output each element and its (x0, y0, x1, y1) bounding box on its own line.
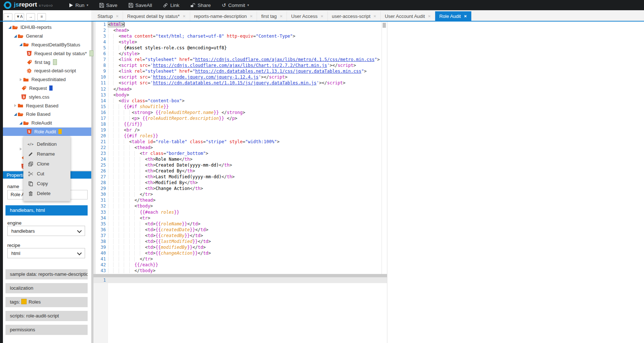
code-line[interactable]: 23 <tr class="border_bottom"> (93, 150, 387, 156)
code-line[interactable]: 9 <link rel="stylesheet" href="https://c… (93, 68, 387, 74)
code-line[interactable]: 39 <td>{{modifiedBy}}</td> (93, 244, 387, 250)
tree-item-requestdetailbystatus[interactable]: RequestDetailByStatus (3, 41, 91, 49)
topbar-save-button[interactable]: Save (99, 3, 118, 8)
template-type-bar[interactable]: handlebars, html (5, 205, 88, 216)
code-line[interactable]: 24 <th>Role Name</th> (93, 156, 387, 162)
code-line[interactable]: 40 <td>{{changeAction}}</td> (93, 250, 387, 256)
code-line[interactable]: 4 <style> (93, 39, 387, 45)
tab-user-access-script[interactable]: user-access-script✕ (328, 11, 381, 21)
tree-collapse-arrow-icon[interactable] (7, 26, 12, 29)
code-line[interactable]: 2 <head> (93, 27, 387, 33)
tree-item-requestinitiated[interactable]: RequestInitiated (3, 75, 91, 84)
code-line[interactable]: 16 <strong> {{roleAuditReport.name}} </s… (93, 110, 387, 115)
code-line[interactable]: 7 <link rel="stylesheet" href="https://c… (93, 57, 387, 62)
code-line[interactable]: 12 </head> (93, 86, 387, 92)
properties-section-scripts-role-audit-script[interactable]: scripts: role-audit-script (5, 311, 88, 321)
code-line[interactable]: 15 {{#if showTitle}} (93, 104, 387, 110)
tree-item-request-detail-script[interactable]: request-detail-script (3, 66, 91, 75)
tab-user-account-audit[interactable]: User Account Audit✕ (381, 11, 435, 21)
close-icon[interactable]: ✕ (373, 14, 376, 18)
code-line[interactable]: 6 </style> (93, 51, 387, 57)
tree-collapse-arrow-icon[interactable] (18, 122, 23, 125)
code-line[interactable]: 29 <th>Change Action</th> (93, 186, 387, 191)
code-line[interactable]: 27 <th>Last Modified(yyyy-mm-dd)</th> (93, 174, 387, 180)
code-line[interactable]: 18 {{/if}} (93, 121, 387, 127)
properties-section-tags-[interactable]: tags:Roles (5, 297, 88, 307)
topbar-share-button[interactable]: Share (190, 3, 211, 8)
tree-item-general[interactable]: General (3, 32, 91, 41)
code-line[interactable]: 11 <script src='https://cdn.datatables.n… (93, 80, 387, 86)
context-menu-item-clone[interactable]: Clone (23, 159, 70, 169)
code-line[interactable]: 43 </tbody> (93, 268, 387, 274)
tree-item-idhub-reports[interactable]: IDHUB-reports (3, 23, 91, 32)
code-line[interactable]: 42 {{/each}} (93, 262, 387, 268)
close-icon[interactable]: ✕ (280, 14, 283, 18)
helpers-active-line[interactable]: 1 (93, 277, 387, 283)
code-line[interactable]: 14 <div class="content-box"> (93, 98, 387, 104)
sidebar-toolbar-collapse-button[interactable]: → (26, 13, 35, 20)
code-line[interactable]: 20 {{#if roles}} (93, 133, 387, 139)
tree-expand-arrow-icon[interactable] (18, 148, 23, 150)
tree-collapse-arrow-icon[interactable] (18, 43, 23, 46)
topbar-run-button[interactable]: Run▾ (69, 3, 88, 8)
code-line[interactable]: 1<html> (93, 22, 387, 27)
context-menu-item-cut[interactable]: Cut (23, 169, 70, 179)
code-line[interactable]: 34 <tr> (93, 215, 387, 221)
close-icon[interactable]: ✕ (321, 14, 323, 18)
topbar-link-button[interactable]: Link (163, 3, 179, 8)
tree-item-roleaudit[interactable]: RoleAudit (3, 119, 91, 127)
code-line[interactable]: 33 {{#each roles}} (93, 209, 387, 215)
code-line[interactable]: 31 </thead> (93, 197, 387, 203)
tab-role-audit[interactable]: Role Audit✕ (435, 11, 471, 21)
code-line[interactable]: 30 </tr> (93, 191, 387, 197)
code-line[interactable]: 38 <td>{{lastModified}}</td> (93, 239, 387, 244)
tree-item-first-tag[interactable]: first tag (3, 58, 91, 66)
sidebar-toolbar-filter-button[interactable]: ▼A (15, 13, 24, 20)
sidebar-toolbar-menu-button[interactable]: ≡ (37, 13, 46, 20)
code-line[interactable]: 32 <tbody> (93, 203, 387, 209)
tree-expand-arrow-icon[interactable] (13, 104, 18, 107)
tree-item-role-based[interactable]: Role Based (3, 110, 91, 119)
code-line[interactable]: 37 <td>{{createdBy}}</td> (93, 233, 387, 239)
code-line[interactable]: 19 <br /> (93, 127, 387, 133)
editor-vertical-scrollbar[interactable] (383, 23, 386, 28)
tree-item-request-based[interactable]: Request Based (3, 101, 91, 110)
code-line[interactable]: 3 <meta content="text/html; charset=utf-… (93, 33, 387, 39)
tab-first-tag[interactable]: first tag✕ (257, 11, 287, 21)
tree-expand-arrow-icon[interactable] (18, 78, 23, 81)
context-menu-item-copy[interactable]: Copy (23, 179, 70, 188)
properties-section-localization[interactable]: localization (5, 283, 88, 293)
code-line[interactable]: 26 <th>Created By</th> (93, 168, 387, 174)
tree-item-request-detail-by-status-[interactable]: 5Request detail by status* (3, 49, 91, 58)
tree-collapse-arrow-icon[interactable] (13, 35, 18, 38)
code-line[interactable]: 13 <body> (93, 92, 387, 98)
tree-item-role-audit[interactable]: 5Role Audit (3, 127, 91, 136)
template-code-pane[interactable]: 1<html>2 <head>3 <meta content="text/htm… (93, 22, 387, 274)
tab-startup[interactable]: Startup✕ (93, 11, 123, 21)
code-line[interactable]: 17 <p> {{roleAuditReport.description}} <… (93, 115, 387, 121)
code-line[interactable]: 8 <script src='https://cdnjs.cloudflare.… (93, 62, 387, 68)
close-icon[interactable]: ✕ (428, 14, 431, 18)
code-line[interactable]: 25 <th>Created Date(yyyy-mm-dd)</th> (93, 162, 387, 168)
close-icon[interactable]: ✕ (464, 14, 467, 18)
code-line[interactable]: 28 <th>Modified By</th> (93, 180, 387, 186)
tree-item-styles-css[interactable]: 3styles.css (3, 92, 91, 101)
editor-panes-splitter[interactable] (93, 274, 387, 277)
tree-item-request[interactable]: Request (3, 84, 91, 93)
recipe-select[interactable]: html (7, 248, 85, 258)
code-line[interactable]: 36 <td>{{createdDate}}</td> (93, 227, 387, 233)
sidebar-editor-splitter[interactable] (91, 22, 93, 343)
close-icon[interactable]: ✕ (116, 14, 119, 18)
engine-select[interactable]: handlebars (7, 226, 85, 236)
code-line[interactable]: 35 <td>{{roleName}}</td> (93, 221, 387, 227)
tab-reports-name-description[interactable]: reports-name-description✕ (190, 11, 257, 21)
code-line[interactable]: 5 {#asset styles-role.css @encoding=utf8… (93, 45, 387, 51)
context-menu-item-delete[interactable]: Delete (23, 188, 70, 198)
tab-user-access[interactable]: User Access✕ (287, 11, 328, 21)
tree-collapse-arrow-icon[interactable] (13, 113, 18, 116)
context-menu-item-rename[interactable]: Rename (23, 149, 70, 159)
properties-section-permissions[interactable]: permissions (5, 325, 88, 335)
tab-request-detail-by-status-[interactable]: Request detail by status*✕ (123, 11, 190, 21)
close-icon[interactable]: ✕ (183, 14, 185, 18)
topbar-commit-button[interactable]: ↺Commit▾ (222, 3, 249, 8)
